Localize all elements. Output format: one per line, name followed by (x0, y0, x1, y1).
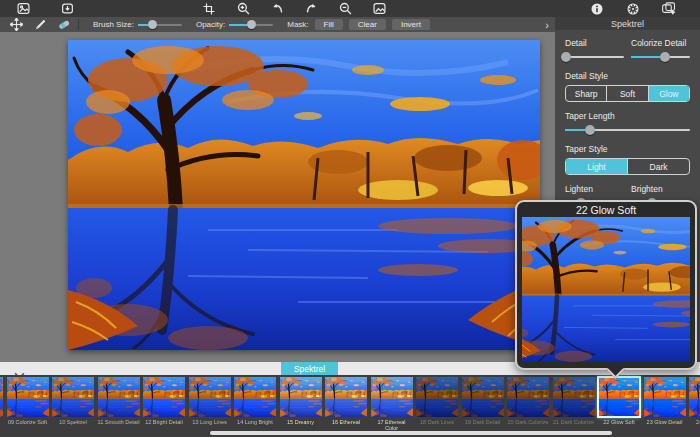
preset-preview-popup: 22 Glow Soft (515, 200, 697, 370)
tools-toolbar: Brush Size: Opacity: Mask: Fill Clear In… (0, 17, 555, 32)
eraser-tool-icon[interactable] (52, 17, 76, 32)
filmstrip-thumbnail[interactable]: 17 Ethereal Color (371, 377, 413, 431)
preset-category-button[interactable]: Spektrel (281, 362, 338, 375)
filmstrip-thumbnail[interactable]: 16 Ethereal (325, 377, 367, 425)
brush-tool-icon[interactable] (28, 17, 52, 32)
filmstrip-thumbnail[interactable]: 19 Dark Detail (462, 377, 504, 425)
segment-light[interactable]: Light (566, 159, 627, 174)
filmstrip-thumbnail[interactable]: 23 Glow Detail (644, 377, 686, 425)
preview-icon[interactable] (366, 0, 392, 17)
filmstrip-thumbnail[interactable]: 12 Bright Detail (143, 377, 185, 425)
zoom-in-icon[interactable] (230, 0, 256, 17)
filmstrip-thumbnail[interactable]: 13 Long Lines (189, 377, 231, 425)
filmstrip-scrollbar[interactable] (210, 431, 612, 435)
segment-soft[interactable]: Soft (606, 86, 647, 101)
thumbnail-label: 23 Glow Detail (647, 419, 683, 425)
taper-style-segmented: LightDark (565, 158, 690, 175)
filmstrip-thumbnail[interactable]: 10 Spektrel (52, 377, 94, 425)
settings-gear-icon[interactable] (620, 0, 646, 17)
thumbnail-label: 24 Colorize Detail (689, 419, 700, 431)
thumbnail-label: 12 Bright Detail (145, 419, 183, 425)
segment-sharp[interactable]: Sharp (566, 86, 606, 101)
thumbnail-label: 10 Spektrel (59, 419, 87, 425)
detail-label: Detail (565, 38, 624, 48)
filmstrip-thumbnail[interactable]: 24 Colorize Detail (689, 377, 700, 431)
taper-length-knob[interactable] (585, 125, 595, 135)
detail-slider[interactable] (565, 51, 624, 62)
thumbnail-label: 22 Glow Soft (603, 419, 635, 425)
opacity-label: Opacity: (196, 20, 225, 29)
redo-icon[interactable] (298, 0, 324, 17)
add-photos-icon[interactable] (656, 0, 682, 17)
filmstrip: 09 Colorize Soft 10 Spektrel 11 Smooth D… (0, 375, 700, 437)
segment-dark[interactable]: Dark (627, 159, 689, 174)
mask-clear-button[interactable]: Clear (349, 19, 386, 30)
colorize-detail-knob[interactable] (660, 52, 670, 62)
thumbnail-label: 15 Dreamy (287, 419, 314, 425)
import-device-icon[interactable] (54, 0, 80, 17)
filmstrip-thumbnail[interactable]: 15 Dreamy (280, 377, 322, 425)
panel-title: Spektrel (555, 17, 700, 30)
segment-glow[interactable]: Glow (648, 86, 689, 101)
detail-style-label: Detail Style (565, 71, 690, 81)
photo-frame-icon[interactable] (10, 0, 36, 17)
thumbnail-label: 21 Dark Colorize (553, 419, 594, 425)
detail-knob[interactable] (561, 52, 571, 62)
mask-fill-button[interactable]: Fill (315, 19, 343, 30)
panel-collapse-chevron-icon[interactable]: › (545, 17, 549, 32)
thumbnail-label: 18 Dark Lines (420, 419, 454, 425)
move-tool-icon[interactable] (4, 17, 28, 32)
crop-icon[interactable] (196, 0, 222, 17)
brush-size-label: Brush Size: (93, 20, 134, 29)
popup-preview-image (522, 217, 690, 362)
mask-invert-button[interactable]: Invert (392, 19, 430, 30)
opacity-slider[interactable] (229, 19, 273, 30)
main-image[interactable] (68, 40, 540, 350)
canvas-area[interactable] (0, 32, 555, 362)
colorize-detail-slider[interactable] (631, 51, 690, 62)
toolbar-divider (78, 19, 79, 30)
app-window: Brush Size: Opacity: Mask: Fill Clear In… (0, 0, 700, 437)
info-icon[interactable] (584, 0, 610, 17)
thumbnail-label: 11 Smooth Detail (98, 419, 140, 425)
filmstrip-thumbnail[interactable]: 09 Colorize Soft (7, 377, 49, 425)
thumbnail-label: 13 Long Lines (192, 419, 227, 425)
thumbnail-label: 14 Long Bright (237, 419, 273, 425)
taper-length-slider[interactable] (565, 124, 690, 135)
filmstrip-thumbnail[interactable]: 21 Dark Colorize (553, 377, 595, 425)
taper-style-label: Taper Style (565, 144, 690, 154)
filmstrip-thumbnail[interactable]: 18 Dark Lines (416, 377, 458, 425)
thumbnail-label: 17 Ethereal Color (371, 419, 413, 431)
mask-label: Mask: (287, 20, 308, 29)
opacity-knob[interactable] (247, 20, 256, 29)
clipped-thumbnail[interactable] (0, 377, 3, 417)
detail-style-segmented: SharpSoftGlow (565, 85, 690, 102)
undo-icon[interactable] (264, 0, 290, 17)
thumbnail-label: 09 Colorize Soft (8, 419, 47, 425)
top-toolbar (0, 0, 700, 17)
thumbnail-label: 19 Dark Detail (465, 419, 500, 425)
filmstrip-thumbnail[interactable]: 11 Smooth Detail (98, 377, 140, 425)
filmstrip-thumbnail[interactable]: 22 Glow Soft (598, 377, 640, 425)
filmstrip-thumbnail[interactable]: 14 Long Bright (234, 377, 276, 425)
thumbnail-label: 16 Ethereal (332, 419, 360, 425)
brighten-label: Brighten (631, 184, 690, 194)
lighten-label: Lighten (565, 184, 624, 194)
filmstrip-thumbnail[interactable]: 20 Dark Colorize (507, 377, 549, 425)
popup-title: 22 Glow Soft (517, 202, 695, 217)
taper-length-label: Taper Length (565, 111, 690, 121)
brush-size-slider[interactable] (138, 19, 182, 30)
brush-size-knob[interactable] (148, 20, 157, 29)
colorize-detail-label: Colorize Detail (631, 38, 690, 48)
thumbnail-label: 20 Dark Colorize (508, 419, 549, 425)
zoom-out-icon[interactable] (332, 0, 358, 17)
